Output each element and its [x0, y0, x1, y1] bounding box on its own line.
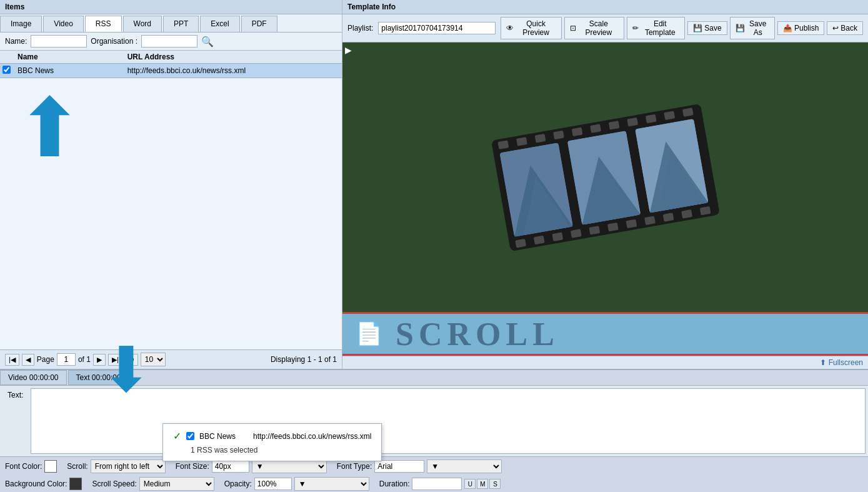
bg-color-label: Background Color: [5, 479, 67, 488]
film-strip-svg [487, 96, 724, 259]
font-type-select[interactable]: ▼ [427, 459, 502, 473]
scroll-speed-group: Scroll Speed: Medium Slow Fast [92, 477, 214, 491]
search-icon[interactable]: 🔍 [201, 36, 214, 48]
back-button[interactable]: ↩ Back [827, 21, 863, 35]
tab-ppt[interactable]: PPT [163, 16, 199, 32]
ums-s-button[interactable]: S [489, 479, 501, 489]
display-info: Displaying 1 - 1 of 1 [271, 355, 337, 364]
bg-color-group: Background Color: [5, 478, 82, 490]
font-size-label: Font Size: [176, 462, 209, 471]
font-color-swatch[interactable] [44, 460, 57, 473]
items-header: Items [0, 0, 342, 14]
ums-group: U M S [464, 479, 501, 489]
playlist-row: Playlist: 👁 Quick Preview ⊡ Scale Previe… [342, 14, 868, 43]
font-size-group: Font Size: ▼ [176, 459, 327, 473]
film-container [342, 43, 868, 312]
popup-checkbox[interactable] [186, 432, 194, 440]
scroll-speed-label: Scroll Speed: [92, 479, 136, 488]
toolbar: 👁 Quick Preview ⊡ Scale Preview ✏ Edit T… [501, 17, 863, 39]
tab-image[interactable]: Image [0, 16, 42, 32]
name-label: Name: [5, 37, 27, 46]
left-content-area: ⬆ [0, 78, 342, 349]
eye-icon: 👁 [506, 24, 514, 33]
ums-m-button[interactable]: M [477, 479, 488, 489]
duration-input[interactable] [412, 478, 462, 490]
pagination-bar: |◀ ◀ Page of 1 ▶ ▶| ↻ 10 25 50 Displayin… [0, 349, 342, 369]
col-url-header: URL Address [125, 53, 342, 61]
tab-bar: Image Video RSS Word PPT Excel PDF [0, 14, 342, 33]
scroll-group: Scroll: From right to left From left to … [67, 459, 165, 473]
org-input[interactable] [141, 35, 197, 48]
row-checkbox[interactable] [0, 66, 15, 76]
opacity-input[interactable] [254, 478, 292, 490]
text-textarea[interactable] [31, 388, 866, 454]
font-color-label: Font Color: [5, 462, 42, 471]
opacity-group: Opacity: ▼ [224, 477, 369, 491]
save-button[interactable]: 💾 Save [687, 21, 727, 35]
row-name: BBC News [15, 66, 125, 75]
font-type-label: Font Type: [337, 462, 372, 471]
text-label: Text: [2, 388, 28, 454]
popup-message: 1 RSS was selected [173, 446, 371, 454]
page-label: Page [37, 355, 54, 364]
font-type-input[interactable] [374, 460, 424, 473]
duration-group: Duration: U M S [379, 478, 501, 490]
bottom-controls-row1: Font Color: Scroll: From right to left F… [0, 456, 868, 476]
playlist-label: Playlist: [347, 24, 373, 33]
scroll-banner: 📄 SCROLL [342, 312, 868, 356]
col-check-header [0, 53, 15, 61]
row-url: http://feeds.bbci.co.uk/news/rss.xml [125, 66, 342, 75]
table-header: Name URL Address [0, 51, 342, 64]
name-row: Name: Organisation : 🔍 [0, 33, 342, 51]
template-info-header: Template Info [342, 0, 868, 14]
popup-feed-name: BBC News [199, 432, 236, 441]
back-icon: ↩ [832, 24, 839, 33]
bottom-controls-row2: Background Color: Scroll Speed: Medium S… [0, 476, 868, 492]
org-label: Organisation : [91, 37, 137, 46]
tab-video-timeline[interactable]: Video 00:00:00 [0, 370, 67, 385]
save-icon: 💾 [693, 24, 702, 33]
arrow-up-icon: ⬆ [16, 88, 84, 169]
page-input[interactable] [57, 353, 76, 366]
preview-area: ▶ [342, 43, 868, 356]
save-as-button[interactable]: 💾 Save As [730, 17, 775, 39]
fullscreen-bar: ⬆ Fullscreen [342, 356, 868, 369]
scroll-speed-select[interactable]: Medium Slow Fast [139, 477, 214, 491]
fullscreen-button[interactable]: ⬆ Fullscreen [820, 358, 863, 367]
opacity-label: Opacity: [224, 479, 252, 488]
name-input[interactable] [31, 35, 87, 48]
tab-excel[interactable]: Excel [200, 16, 239, 32]
duration-label: Duration: [379, 479, 410, 488]
scale-icon: ⊡ [570, 24, 576, 33]
font-size-input[interactable] [212, 460, 249, 473]
quick-preview-button[interactable]: 👁 Quick Preview [501, 17, 562, 39]
popup-feed-url: http://feeds.bbci.co.uk/news/rss.xml [253, 432, 371, 441]
first-page-button[interactable]: |◀ [5, 354, 19, 366]
font-color-group: Font Color: [5, 460, 57, 473]
popup-row: ✓ BBC News http://feeds.bbci.co.uk/news/… [173, 430, 371, 442]
publish-icon: 📤 [783, 24, 792, 33]
font-size-select[interactable]: ▼ [252, 459, 327, 473]
table-row[interactable]: BBC News http://feeds.bbci.co.uk/news/rs… [0, 64, 342, 78]
tab-video[interactable]: Video [43, 16, 83, 32]
save-as-icon: 💾 [736, 24, 745, 33]
scale-preview-button[interactable]: ⊡ Scale Preview [564, 17, 624, 39]
scroll-select[interactable]: From right to left From left to right No… [91, 459, 166, 473]
publish-button[interactable]: 📤 Publish [777, 21, 824, 35]
prev-page-button[interactable]: ◀ [22, 354, 34, 366]
ums-u-button[interactable]: U [464, 479, 476, 489]
opacity-select[interactable]: ▼ [294, 477, 369, 491]
playlist-input[interactable] [378, 22, 496, 34]
bg-color-swatch[interactable] [69, 478, 82, 490]
col-name-header: Name [15, 53, 125, 61]
tab-rss[interactable]: RSS [85, 16, 122, 32]
check-icon: ✓ [173, 430, 181, 442]
play-icon[interactable]: ▶ [345, 45, 352, 55]
template-info-label: Template Info [347, 3, 396, 11]
edit-icon: ✏ [632, 24, 639, 33]
edit-template-button[interactable]: ✏ Edit Template [627, 17, 685, 39]
tab-word[interactable]: Word [123, 16, 162, 32]
of-label: of 1 [78, 355, 91, 364]
rss-selected-popup: ✓ BBC News http://feeds.bbci.co.uk/news/… [162, 423, 382, 461]
tab-pdf[interactable]: PDF [241, 16, 277, 32]
